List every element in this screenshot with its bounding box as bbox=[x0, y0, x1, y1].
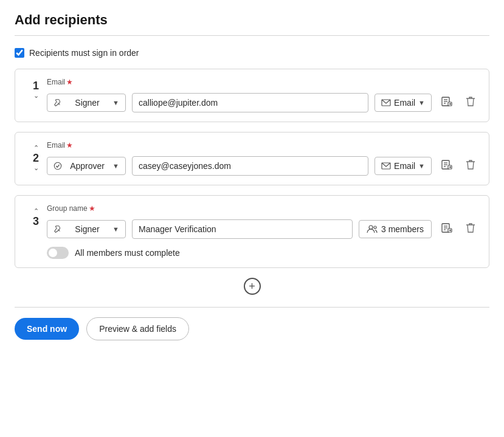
role-name-2: Approver bbox=[66, 161, 109, 171]
delivery-label-1: Email bbox=[394, 98, 415, 108]
svg-point-9 bbox=[54, 162, 61, 169]
role-dropdown-2[interactable]: Approver ▼ bbox=[47, 157, 126, 175]
input-row-3: Signer ▼ 3 members bbox=[47, 219, 479, 239]
assign-fields-btn-1[interactable] bbox=[438, 93, 456, 112]
add-recipient-row: + bbox=[15, 278, 489, 295]
send-now-button[interactable]: Send now bbox=[15, 318, 79, 340]
input-row-1: Signer ▼ Email ▼ bbox=[47, 92, 479, 113]
chevron-up-2[interactable]: ⌃ bbox=[33, 143, 39, 153]
sign-order-label[interactable]: Recipients must sign in order bbox=[29, 48, 139, 58]
page-title: Add recipients bbox=[15, 12, 489, 28]
recipient-body-2: Email ★ Approver ▼ bbox=[47, 141, 479, 176]
mail-icon-2 bbox=[381, 162, 391, 170]
svg-point-19 bbox=[369, 225, 373, 229]
required-star-1: ★ bbox=[66, 78, 73, 86]
all-members-toggle-3[interactable] bbox=[47, 247, 69, 259]
chevron-down-2[interactable]: ⌄ bbox=[33, 163, 39, 173]
delete-btn-1[interactable] bbox=[462, 92, 479, 113]
bottom-actions: Send now Preview & add fields bbox=[15, 317, 489, 340]
members-icon-3 bbox=[367, 225, 378, 233]
mail-icon-1 bbox=[381, 99, 391, 106]
delivery-btn-1[interactable]: Email ▼ bbox=[375, 94, 432, 112]
signer-icon-3 bbox=[54, 225, 62, 233]
recipient-number-2: 2 bbox=[33, 153, 39, 163]
delivery-label-2: Email bbox=[394, 161, 415, 171]
members-count-3: 3 members bbox=[381, 224, 424, 234]
recipient-number-col-2: ⌃ 2 ⌄ bbox=[25, 141, 47, 173]
delivery-arrow-1: ▼ bbox=[418, 99, 425, 106]
members-btn-3[interactable]: 3 members bbox=[359, 220, 432, 238]
sign-order-checkbox[interactable] bbox=[15, 48, 24, 58]
sign-order-row: Recipients must sign in order bbox=[15, 48, 489, 58]
role-dropdown-arrow-1: ▼ bbox=[112, 99, 119, 106]
recipient-number-col-1: 1 ⌄ bbox=[25, 78, 47, 100]
email-input-2[interactable] bbox=[132, 156, 368, 176]
recipient-number-1: 1 bbox=[33, 80, 39, 91]
chevron-down-1[interactable]: ⌄ bbox=[33, 91, 39, 100]
role-dropdown-1[interactable]: Signer ▼ bbox=[47, 94, 126, 112]
approver-icon-2 bbox=[54, 162, 62, 170]
signer-icon-1 bbox=[54, 98, 62, 107]
toggle-row-3: All members must complete bbox=[47, 247, 479, 259]
recipient-body-3: Group name ★ Signer ▼ bbox=[47, 204, 479, 259]
role-dropdown-arrow-3: ▼ bbox=[112, 225, 119, 233]
delivery-btn-2[interactable]: Email ▼ bbox=[375, 157, 432, 175]
role-dropdown-3[interactable]: Signer ▼ bbox=[47, 220, 126, 238]
recipient-number-col-3: ⌃ 3 bbox=[25, 204, 47, 227]
toggle-label-3: All members must complete bbox=[75, 248, 180, 258]
recipient-card-1: 1 ⌄ Email ★ Signer ▼ bbox=[15, 69, 489, 122]
recipient-body-1: Email ★ Signer ▼ bbox=[47, 78, 479, 113]
chevron-up-3[interactable]: ⌃ bbox=[33, 207, 39, 216]
delete-btn-2[interactable] bbox=[462, 156, 479, 176]
recipient-card-2: ⌃ 2 ⌄ Email ★ Approver ▼ bbox=[15, 132, 489, 185]
svg-point-20 bbox=[374, 226, 376, 229]
recipient-number-3: 3 bbox=[33, 216, 39, 227]
email-input-1[interactable] bbox=[132, 93, 368, 112]
required-star-3: ★ bbox=[89, 204, 95, 213]
group-name-input-3[interactable] bbox=[132, 219, 353, 239]
role-dropdown-arrow-2: ▼ bbox=[112, 162, 119, 170]
role-name-3: Signer bbox=[66, 224, 109, 234]
add-recipient-btn[interactable]: + bbox=[244, 278, 261, 295]
title-divider bbox=[15, 35, 489, 36]
recipient-card-3: ⌃ 3 Group name ★ Signer ▼ bbox=[15, 195, 489, 268]
assign-fields-btn-2[interactable] bbox=[438, 156, 456, 176]
assign-fields-btn-3[interactable] bbox=[438, 219, 456, 239]
delivery-arrow-2: ▼ bbox=[418, 162, 425, 170]
field-label-email-2: Email ★ bbox=[47, 141, 479, 150]
field-label-email-1: Email ★ bbox=[47, 78, 479, 86]
bottom-divider bbox=[15, 307, 489, 308]
field-label-group-3: Group name ★ bbox=[47, 204, 479, 213]
role-name-1: Signer bbox=[66, 98, 109, 108]
delete-btn-3[interactable] bbox=[462, 219, 479, 239]
input-row-2: Approver ▼ Email ▼ bbox=[47, 156, 479, 176]
preview-add-fields-button[interactable]: Preview & add fields bbox=[86, 317, 189, 340]
required-star-2: ★ bbox=[66, 141, 73, 150]
